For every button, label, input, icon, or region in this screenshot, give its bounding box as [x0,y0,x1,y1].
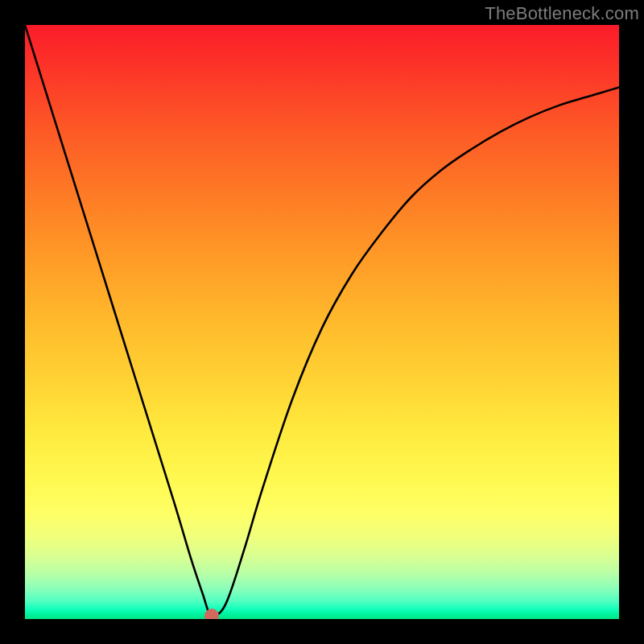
chart-line-layer [25,25,619,619]
bottleneck-curve-path [25,25,619,617]
bottleneck-marker-dot [204,609,219,619]
watermark-text: TheBottleneck.com [485,3,639,24]
chart-plot-area [25,25,619,619]
